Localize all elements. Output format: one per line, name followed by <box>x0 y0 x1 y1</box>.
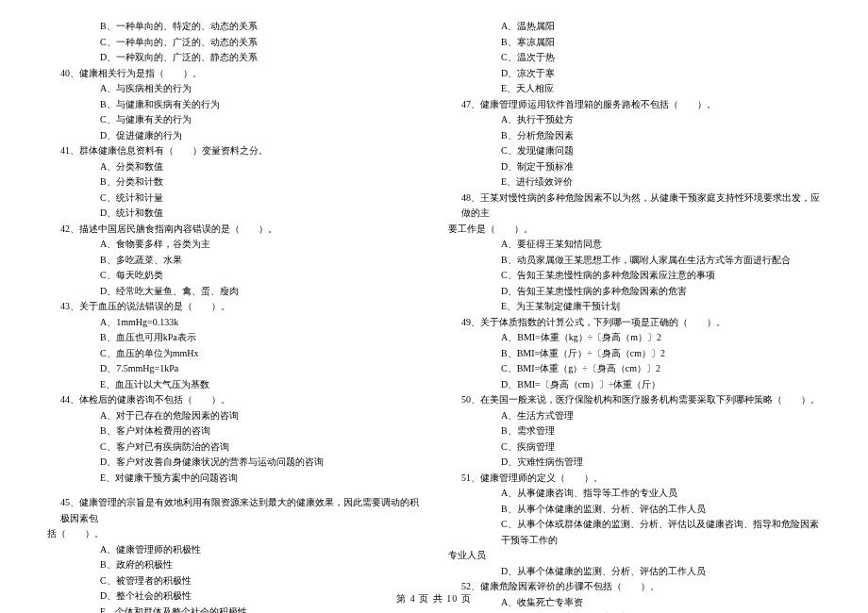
option-line: A、BMI=体重（kg）÷〔身高（m）〕2 <box>448 330 821 346</box>
option-line: C、血压的单位为mmHx <box>47 346 420 362</box>
option-line: E、对健康干预方案中的问题咨询 <box>47 471 420 487</box>
option-line: A、生活方式管理 <box>448 408 821 424</box>
page-footer: 第 4 页 共 10 页 <box>0 592 868 605</box>
option-line: A、分类和数值 <box>47 159 420 175</box>
option-line: B、血压也可用kPa表示 <box>47 330 420 346</box>
option-line: C、从事个体或群体健康的监测、分析、评估以及健康咨询、指导和危险因素干预等工作的 <box>448 517 821 548</box>
question-stem: 48、王某对慢性病的多种危险因素不以为然，从健康干预家庭支持性环境要求出发，应做… <box>448 191 821 222</box>
option-line: D、制定干预标准 <box>448 159 821 175</box>
option-line: D、客户对改善自身健康状况的营养与运动问题的咨询 <box>47 455 420 471</box>
option-line: B、BMI=体重（斤）÷〔身高（cm）〕2 <box>448 346 821 362</box>
question-stem: 45、健康管理的宗旨是有效地利用有限资源来达到最大的健康效果，因此需要调动的积极… <box>47 495 420 526</box>
option-line: E、为王某制定健康干预计划 <box>448 299 821 315</box>
question-stem: 49、关于体质指数的计算公式，下列哪一项是正确的（ ）。 <box>448 315 821 331</box>
option-line: C、统计和计量 <box>47 191 420 207</box>
question-stem: 40、健康相关行为是指（ ）。 <box>47 66 420 82</box>
option-line: B、动员家属做王某思想工作，嘱咐人家属在生活方式等方面进行配合 <box>448 253 821 269</box>
option-line: A、对于已存在的危险因素的咨询 <box>47 408 420 424</box>
option-line: A、执行干预处方 <box>448 112 821 128</box>
option-line: B、与健康和疾病有关的行为 <box>47 97 420 113</box>
option-line: C、温次于热 <box>448 50 821 66</box>
option-line: B、分析危险因素 <box>448 128 821 144</box>
option-line: C、每天吃奶类 <box>47 268 420 284</box>
option-line: E、天人相应 <box>448 81 821 97</box>
option-line: A、要征得王某知情同意 <box>448 237 821 253</box>
spacer <box>47 486 420 495</box>
right-column: A、温热属阳 B、寒凉属阳 C、温次于热 D、凉次于寒 E、天人相应 47、健康… <box>448 19 821 575</box>
question-stem: 51、健康管理师的定义（ ）。 <box>448 471 821 487</box>
option-line: D、告知王某患慢性病的多种危险因素的危害 <box>448 284 821 300</box>
option-line: A、健康管理师的积极性 <box>47 542 420 558</box>
option-line: E、血压计以大气压为基数 <box>47 377 420 393</box>
option-line: D、凉次于寒 <box>448 66 821 82</box>
option-continuation: 专业人员 <box>448 548 821 564</box>
option-line: C、与健康有关的行为 <box>47 112 420 128</box>
option-line: B、客户对体检费用的咨询 <box>47 423 420 439</box>
option-line: E、进行绩效评价 <box>448 174 821 191</box>
option-line: A、1mmHg=0.133k <box>47 315 420 331</box>
option-line: D、一种双向的、广泛的、静态的关系 <box>47 50 420 66</box>
option-line: B、从事个体健康的监测、分析、评估的工作人员 <box>448 502 821 518</box>
option-line: D、BMI=〔身高（cm）〕÷体重（斤） <box>448 377 821 393</box>
option-line: A、从事健康咨询、指导等工作的专业人员 <box>448 486 821 502</box>
option-line: D、7.5mmHg=1kPa <box>47 361 420 377</box>
option-line: C、被管理者的积极性 <box>47 573 420 589</box>
left-column: B、一种单向的、特定的、动态的关系 C、一种单向的、广泛的、动态的关系 D、一种… <box>47 19 420 575</box>
question-stem-continuation: 括（ ）。 <box>47 526 420 542</box>
question-stem: 44、体检后的健康咨询不包括（ ）。 <box>47 392 420 408</box>
question-stem: 50、在美国一般来说，医疗保险机构和医疗服务机构需要采取下列哪种策略（ ）。 <box>448 392 821 408</box>
option-line: A、与疾病相关的行为 <box>47 81 420 97</box>
option-line: D、促进健康的行为 <box>47 128 420 144</box>
option-line: C、BMI=体重（g）÷〔身高（cm）〕2 <box>448 361 821 377</box>
option-line: D、统计和数值 <box>47 206 420 222</box>
option-line: D、灾难性病伤管理 <box>448 455 821 471</box>
option-line: A、温热属阳 <box>448 19 821 35</box>
question-stem-continuation: 要工作是（ ）。 <box>448 222 821 238</box>
question-stem: 43、关于血压的说法错误的是（ ）。 <box>47 299 420 315</box>
option-line: B、需求管理 <box>448 423 821 439</box>
question-stem: 42、描述中国居民膳食指南内容错误的是（ ）。 <box>47 222 420 238</box>
option-line: C、疾病管理 <box>448 439 821 456</box>
option-line: C、一种单向的、广泛的、动态的关系 <box>47 35 420 51</box>
option-line: D、经常吃大量鱼、禽、蛋、瘦肉 <box>47 284 420 300</box>
option-line: B、一种单向的、特定的、动态的关系 <box>47 19 420 35</box>
option-line: C、告知王某患慢性病的多种危险因素应注意的事项 <box>448 268 821 284</box>
option-line: B、寒凉属阳 <box>448 35 821 51</box>
option-line: B、分类和计数 <box>47 174 420 191</box>
question-stem: 41、群体健康信息资料有（ ）变量资料之分。 <box>47 143 420 159</box>
option-line: A、食物要多样，谷类为主 <box>47 237 420 253</box>
option-line: B、政府的积极性 <box>47 557 420 573</box>
option-line: C、发现健康问题 <box>448 143 821 159</box>
question-stem: 47、健康管理师运用软件首理箱的服务路检不包括（ ）。 <box>448 97 821 113</box>
two-column-layout: B、一种单向的、特定的、动态的关系 C、一种单向的、广泛的、动态的关系 D、一种… <box>47 19 821 575</box>
option-line: C、客户对已有疾病防治的咨询 <box>47 439 420 456</box>
option-line: D、从事个体健康的监测、分析、评估的工作人员 <box>448 564 821 580</box>
option-line: B、多吃蔬菜、水果 <box>47 253 420 269</box>
